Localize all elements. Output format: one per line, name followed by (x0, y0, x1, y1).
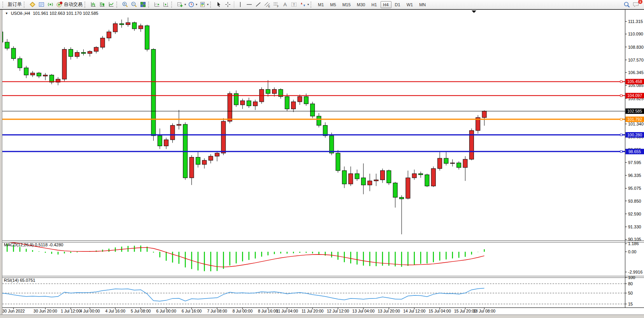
candle (190, 157, 194, 178)
timeframe-m1-button[interactable]: M1 (315, 1, 326, 8)
macd-tick-label: 1.186 (628, 241, 639, 246)
fibonacci-tool-icon[interactable]: F (273, 1, 279, 8)
arrows-dropdown-caret[interactable]: ▾ (307, 3, 309, 6)
candle (304, 97, 308, 104)
candle (330, 136, 334, 153)
chart-shift-icon[interactable] (163, 1, 169, 8)
candle (368, 181, 372, 185)
notifications-button[interactable]: 1 (631, 1, 640, 8)
price-tick-label: 107.570 (628, 58, 644, 62)
new-order-label: 新订单 (8, 1, 22, 8)
trendline-tool-icon[interactable] (255, 1, 261, 8)
autotrading-label: 自动交易 (64, 1, 82, 8)
templates-icon[interactable] (199, 1, 206, 8)
timeframe-h1-button[interactable]: H1 (369, 1, 379, 8)
timeframe-w1-button[interactable]: W1 (404, 1, 416, 8)
candle (196, 157, 200, 164)
candle (400, 197, 404, 199)
new-order-button[interactable]: 新订单 (7, 1, 23, 8)
market-watch-icon[interactable] (29, 1, 36, 8)
candle (68, 49, 73, 57)
timeframe-m30-button[interactable]: M30 (354, 1, 368, 8)
candle (349, 174, 353, 184)
time-tick-label: 12 Jul 12:00 (327, 309, 349, 313)
price-tick-label: 91.330 (628, 224, 641, 229)
candle (209, 156, 213, 161)
chart-title-bar[interactable]: ▼ USOil-,H4 101.961 102.663 101.170 102.… (5, 11, 98, 16)
candle (247, 101, 251, 106)
candle (381, 171, 385, 180)
horizontal-line-tool-icon[interactable] (246, 1, 253, 8)
bar-chart-type-icon[interactable] (90, 1, 97, 8)
svg-text:102.585: 102.585 (627, 109, 642, 113)
time-tick-label: 5 Jul 08:00 (131, 309, 151, 313)
time-tick-label: 8 Jul 16:00 (258, 309, 278, 313)
candle (342, 171, 346, 184)
equidistant-channel-tool-icon[interactable]: E (264, 1, 270, 8)
chart-window: 111.315110.090108.830107.570106.345105.0… (0, 0, 644, 318)
vertical-line-tool-icon[interactable] (237, 1, 244, 8)
rsi-tick-label: 15 (628, 302, 633, 306)
candle (170, 125, 175, 140)
timeframe-m15-button[interactable]: M15 (340, 1, 353, 8)
text-tool-icon[interactable]: A (282, 1, 288, 8)
templates-dropdown-caret[interactable]: ▾ (207, 3, 209, 6)
crosshair-icon[interactable] (225, 1, 231, 8)
candle (393, 183, 397, 197)
time-tick-label: 13 Jul 20:00 (378, 309, 400, 313)
candle (215, 153, 219, 156)
level-handle (620, 150, 622, 152)
time-tick-label: 30 Jun 20:00 (33, 309, 57, 313)
data-window-icon[interactable] (38, 1, 45, 8)
line-chart-type-icon[interactable] (108, 1, 114, 8)
autotrading-button[interactable]: 自动交易 (55, 1, 84, 8)
text-label-tool-icon[interactable]: T (291, 1, 297, 8)
svg-text:98.655: 98.655 (628, 149, 641, 154)
price-tick-label: 93.850 (628, 199, 641, 203)
rsi-tick-label: 50 (628, 291, 633, 295)
candle (139, 26, 143, 29)
level-handle (620, 95, 622, 97)
candlestick-chart-type-icon[interactable] (99, 1, 105, 8)
candle (387, 171, 391, 183)
tile-windows-icon[interactable] (140, 1, 146, 8)
periods-dropdown-caret[interactable]: ▾ (196, 3, 197, 6)
candle (94, 47, 98, 51)
candle (119, 24, 124, 25)
timeframe-h4-button[interactable]: H4 (381, 1, 391, 8)
candle (11, 48, 16, 58)
candle (107, 32, 111, 38)
candle (24, 68, 28, 75)
signals-icon[interactable] (47, 1, 54, 8)
price-tick-label: 97.595 (628, 160, 641, 165)
timeframe-m5-button[interactable]: M5 (327, 1, 339, 8)
candle (457, 163, 461, 168)
indicators-icon[interactable] (177, 1, 183, 8)
timeframe-mn-button[interactable]: MN (416, 1, 428, 8)
metatrader-window: 新订单 自动交易 (0, 0, 644, 318)
zoom-in-icon[interactable] (122, 1, 128, 8)
notification-count-badge: 1 (638, 0, 642, 4)
time-axis: 30 Jun 202230 Jun 20:001 Jul 12:004 Jul … (2, 308, 496, 314)
svg-text:101.792: 101.792 (627, 117, 642, 122)
price-tick-label: 96.335 (628, 173, 641, 178)
zoom-out-icon[interactable] (131, 1, 137, 8)
search-icon[interactable] (623, 1, 630, 8)
cursor-icon[interactable] (216, 1, 222, 8)
candle (228, 94, 232, 121)
toolbar-grip (171, 2, 174, 8)
candle (37, 73, 41, 76)
time-tick-label: 30 Jun 2022 (2, 309, 25, 313)
candle (151, 49, 156, 136)
price-tick-label: 108.830 (628, 45, 644, 49)
indicators-dropdown-caret[interactable]: ▾ (184, 3, 186, 6)
arrows-tool-icon[interactable] (300, 1, 306, 8)
candle (158, 136, 162, 146)
periods-clock-icon[interactable] (188, 1, 195, 8)
time-tick-label: 8 Jul 00:00 (233, 309, 253, 313)
candlestick-chart-canvas[interactable]: 111.315110.090108.830107.570106.345105.0… (0, 0, 644, 318)
timeframe-d1-button[interactable]: D1 (392, 1, 403, 8)
auto-scroll-icon[interactable] (154, 1, 160, 8)
candle (444, 158, 448, 163)
chart-dropdown-icon[interactable]: ▼ (5, 12, 8, 15)
